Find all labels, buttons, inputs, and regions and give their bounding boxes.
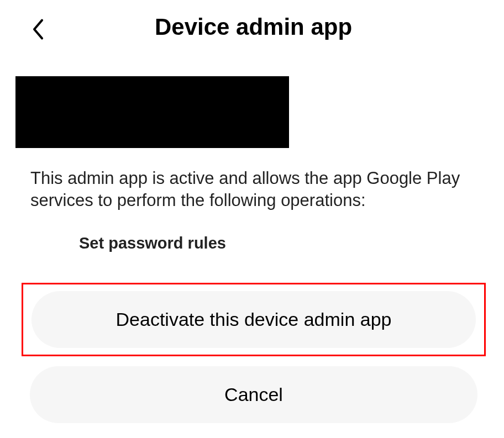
deactivate-button[interactable]: Deactivate this device admin app bbox=[32, 291, 476, 348]
operation-item: Set password rules bbox=[0, 212, 504, 252]
cancel-wrapper: Cancel bbox=[30, 366, 477, 423]
highlight-annotation: Deactivate this device admin app bbox=[22, 283, 486, 356]
page-title: Device admin app bbox=[30, 14, 476, 40]
page-header: Device admin app bbox=[0, 0, 504, 51]
redacted-app-info bbox=[15, 76, 289, 148]
cancel-button[interactable]: Cancel bbox=[30, 366, 477, 423]
back-icon[interactable] bbox=[30, 18, 46, 43]
admin-description: This admin app is active and allows the … bbox=[0, 148, 504, 212]
